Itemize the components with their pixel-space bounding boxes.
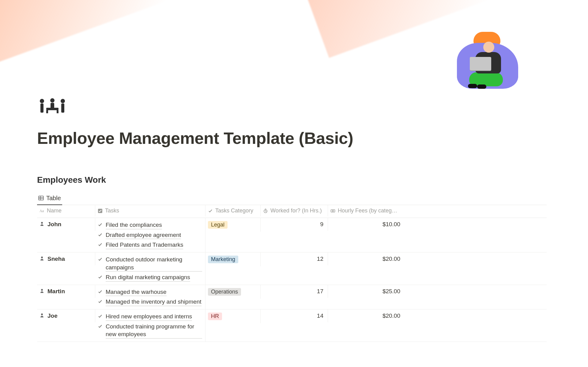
task-text: Run digital marketing campaigns <box>106 273 190 282</box>
column-header-label: Tasks <box>105 208 119 214</box>
task-text: Drafted employee agreement <box>106 231 181 239</box>
check-icon <box>208 208 213 213</box>
text-aa-icon: Aa <box>40 208 44 213</box>
cell-category[interactable]: HR <box>205 309 261 323</box>
column-header-tasks[interactable]: Tasks <box>95 205 205 216</box>
cell-name[interactable]: John <box>37 218 95 231</box>
view-tab-table[interactable]: Table <box>37 192 62 205</box>
check-icon <box>98 221 103 229</box>
cell-tasks[interactable]: Conducted outdoor marketing campaignsRun… <box>95 253 205 285</box>
category-tag: Marketing <box>208 256 238 263</box>
svg-rect-9 <box>39 196 43 200</box>
svg-point-17 <box>332 210 334 212</box>
database-table: Aa Name Tasks Tasks Category W <box>37 205 547 342</box>
column-header-label: Tasks Category <box>215 208 253 214</box>
task-item[interactable]: Conducted outdoor marketing campaigns <box>98 256 202 272</box>
table-row[interactable]: JoeHired new employees and internsConduc… <box>37 309 547 342</box>
cell-hours[interactable]: 14 <box>261 309 328 322</box>
check-icon <box>98 313 103 321</box>
cell-category[interactable]: Operations <box>205 285 261 299</box>
svg-text:Aa: Aa <box>40 209 44 213</box>
employee-name: Martin <box>47 288 65 295</box>
currency-icon <box>330 208 335 213</box>
cell-name[interactable]: Joe <box>37 309 95 322</box>
page-canvas: Employee Management Template (Basic) Emp… <box>0 0 588 367</box>
svg-rect-7 <box>46 110 48 113</box>
view-tabs: Table <box>37 192 547 205</box>
cell-category[interactable]: Marketing <box>205 253 261 266</box>
cell-fee[interactable]: $20.00 <box>328 309 405 322</box>
person-icon <box>40 313 44 319</box>
task-item[interactable]: Hired new employees and interns <box>98 313 202 321</box>
table-icon <box>38 195 44 201</box>
check-icon <box>98 256 103 264</box>
task-text: Conducted outdoor marketing campaigns <box>106 256 202 272</box>
column-header-label: Worked for? (In Hrs.) <box>270 208 322 214</box>
check-icon <box>98 231 103 239</box>
task-item[interactable]: Filed the compliances <box>98 221 202 229</box>
column-header-name[interactable]: Aa Name <box>37 205 95 216</box>
cell-hours[interactable]: 17 <box>261 285 328 298</box>
task-text: Filed Patents and Trademarks <box>106 241 183 249</box>
cell-fee[interactable]: $20.00 <box>328 253 405 265</box>
task-text: Filed the compliances <box>106 221 162 229</box>
cell-category[interactable]: Legal <box>205 218 261 232</box>
person-icon <box>40 256 44 262</box>
check-icon <box>98 323 103 331</box>
task-item[interactable]: Managed the inventory and shipment <box>98 298 202 306</box>
column-header-label: Hourly Fees (by categ… <box>338 208 397 214</box>
svg-point-19 <box>41 257 43 258</box>
cell-name[interactable]: Sneha <box>37 253 95 265</box>
column-header-category[interactable]: Tasks Category <box>205 205 261 216</box>
page-cover <box>0 0 588 80</box>
database-title[interactable]: Employees Work <box>37 175 106 185</box>
view-tab-label: Table <box>46 195 61 202</box>
page-icon[interactable] <box>37 98 68 114</box>
table-row[interactable]: MartinManaged the warhouseManaged the in… <box>37 285 547 309</box>
task-item[interactable]: Filed Patents and Trademarks <box>98 241 202 249</box>
person-icon <box>40 288 44 295</box>
svg-rect-8 <box>57 110 58 113</box>
cell-hours[interactable]: 12 <box>261 253 328 265</box>
task-text: Hired new employees and interns <box>106 313 192 321</box>
cell-tasks[interactable]: Managed the warhouseManaged the inventor… <box>95 285 205 309</box>
cover-illustration <box>432 21 524 89</box>
category-tag: HR <box>208 313 222 320</box>
task-text: Managed the warhouse <box>106 288 167 296</box>
employee-name: Sneha <box>47 256 65 262</box>
svg-point-21 <box>41 313 43 315</box>
svg-point-20 <box>41 289 43 291</box>
svg-rect-6 <box>46 108 58 110</box>
task-item[interactable]: Drafted employee agreement <box>98 231 202 239</box>
table-header: Aa Name Tasks Tasks Category W <box>37 205 547 218</box>
cell-tasks[interactable]: Filed the compliancesDrafted employee ag… <box>95 218 205 252</box>
column-header-hours[interactable]: Worked for? (In Hrs.) <box>261 205 328 216</box>
task-item[interactable]: Run digital marketing campaigns <box>98 273 202 282</box>
cell-hours[interactable]: 9 <box>261 218 328 231</box>
svg-rect-1 <box>40 103 43 113</box>
cell-fee[interactable]: $10.00 <box>328 218 405 231</box>
table-row[interactable]: JohnFiled the compliancesDrafted employe… <box>37 218 547 253</box>
column-header-label: Name <box>47 208 62 214</box>
task-item[interactable]: Managed the warhouse <box>98 288 202 296</box>
check-icon <box>98 288 103 296</box>
table-body: JohnFiled the compliancesDrafted employe… <box>37 218 547 342</box>
category-tag: Legal <box>208 221 228 229</box>
svg-point-4 <box>61 99 65 103</box>
column-header-fee[interactable]: Hourly Fees (by categ… <box>328 205 405 216</box>
check-icon <box>98 298 103 306</box>
svg-point-2 <box>50 98 55 103</box>
cell-fee[interactable]: $25.00 <box>328 285 405 298</box>
task-item[interactable]: Conducted training programme for new emp… <box>98 323 202 339</box>
task-text: Conducted training programme for new emp… <box>106 323 202 339</box>
table-row[interactable]: SnehaConducted outdoor marketing campaig… <box>37 253 547 285</box>
check-icon <box>98 273 103 282</box>
cell-tasks[interactable]: Hired new employees and internsConducted… <box>95 309 205 342</box>
page-title[interactable]: Employee Management Template (Basic) <box>37 129 353 148</box>
check-icon <box>98 241 103 249</box>
employee-name: Joe <box>47 313 58 319</box>
checkbox-icon <box>98 208 103 213</box>
cell-name[interactable]: Martin <box>37 285 95 298</box>
svg-rect-3 <box>51 103 54 108</box>
category-tag: Operations <box>208 288 241 296</box>
